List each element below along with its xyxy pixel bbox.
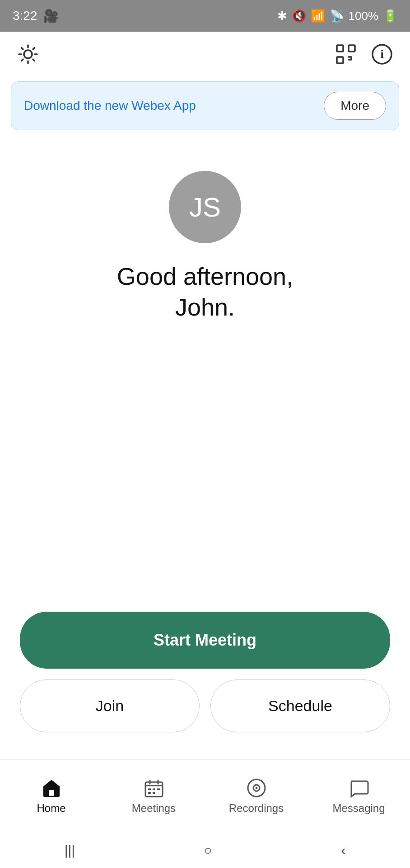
nav-item-recordings[interactable]: Recordings xyxy=(216,778,297,815)
nav-item-home[interactable]: Home xyxy=(11,778,92,815)
system-recent-button[interactable]: ||| xyxy=(65,843,75,858)
nav-label-meetings: Meetings xyxy=(132,802,176,815)
svg-rect-3 xyxy=(337,57,343,63)
messaging-icon xyxy=(349,778,369,798)
system-nav-bar: ||| ○ ‹ xyxy=(0,832,410,868)
greeting-line1: Good afternoon, xyxy=(117,263,293,290)
svg-rect-11 xyxy=(148,792,151,794)
nav-label-recordings: Recordings xyxy=(229,802,284,815)
video-icon: 🎥 xyxy=(43,9,59,24)
mute-icon: 🔇 xyxy=(292,9,306,23)
system-back-button[interactable]: ‹ xyxy=(341,843,345,858)
bluetooth-icon: ✱ xyxy=(277,9,287,23)
avatar-initials: JS xyxy=(189,192,221,223)
greeting-line2: John. xyxy=(175,293,235,321)
bottom-navigation: Home Meetings Recordings xyxy=(0,760,410,832)
settings-button[interactable] xyxy=(14,41,42,68)
schedule-button[interactable]: Schedule xyxy=(210,679,390,732)
main-content: JS Good afternoon, John. Start Meeting J… xyxy=(0,135,410,760)
svg-rect-12 xyxy=(153,792,155,794)
recordings-icon xyxy=(246,778,267,798)
svg-rect-6 xyxy=(49,790,54,796)
banner-more-button[interactable]: More xyxy=(324,92,386,120)
info-button[interactable]: i xyxy=(368,41,396,68)
app-header: i xyxy=(0,32,410,77)
webex-banner: Download the new Webex App More xyxy=(11,81,399,130)
wifi-icon: 📶 xyxy=(311,9,325,23)
system-home-button[interactable]: ○ xyxy=(204,843,212,858)
battery-icon: 🔋 xyxy=(383,9,397,23)
join-button[interactable]: Join xyxy=(20,679,200,732)
banner-text: Download the new Webex App xyxy=(24,99,196,113)
meetings-icon xyxy=(144,778,164,798)
greeting-text: Good afternoon, John. xyxy=(117,261,293,322)
svg-rect-10 xyxy=(157,788,160,790)
nav-label-home: Home xyxy=(37,802,65,815)
start-meeting-button[interactable]: Start Meeting xyxy=(20,612,390,669)
nav-item-messaging[interactable]: Messaging xyxy=(318,778,400,815)
svg-rect-8 xyxy=(148,788,151,790)
nav-label-messaging: Messaging xyxy=(332,802,385,815)
svg-rect-2 xyxy=(349,45,355,52)
signal-icon: 📡 xyxy=(330,9,344,23)
action-buttons: Start Meeting Join Schedule xyxy=(20,612,390,732)
battery-text: 100% xyxy=(349,9,379,23)
svg-rect-9 xyxy=(153,788,155,790)
scan-button[interactable] xyxy=(332,41,359,68)
nav-item-meetings[interactable]: Meetings xyxy=(113,778,195,815)
svg-rect-1 xyxy=(337,45,343,52)
user-avatar: JS xyxy=(169,171,241,243)
secondary-buttons: Join Schedule xyxy=(20,679,390,732)
home-icon xyxy=(41,778,62,798)
svg-text:i: i xyxy=(380,47,383,61)
svg-point-15 xyxy=(255,787,257,789)
status-bar: 3:22 🎥 ✱ 🔇 📶 📡 100% 🔋 xyxy=(0,0,410,32)
status-time: 3:22 xyxy=(13,9,37,23)
svg-point-0 xyxy=(24,50,32,58)
